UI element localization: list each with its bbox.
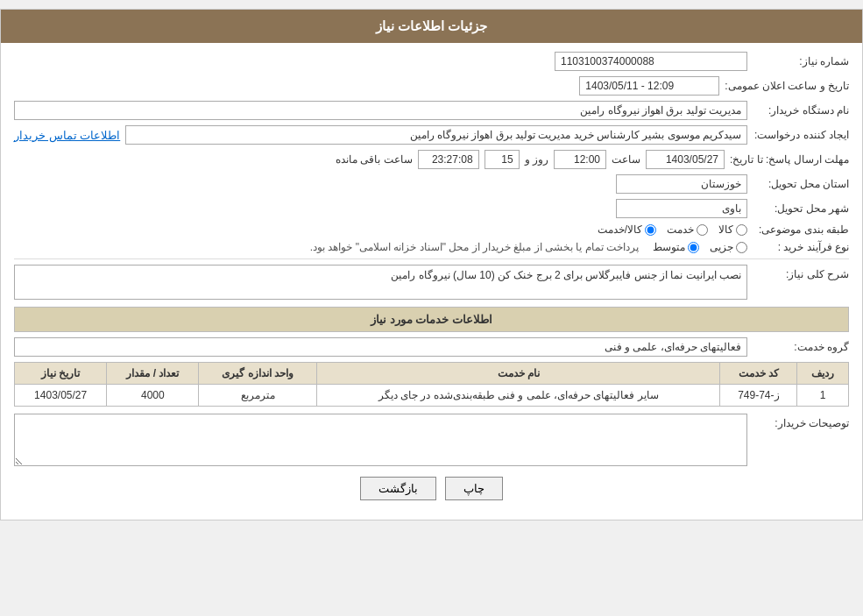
saat-label: ساعت — [612, 153, 640, 166]
noeFarayand-note: پرداخت تمام یا بخشی از مبلغ خریدار از مح… — [310, 241, 639, 253]
table-row: 1 ز-74-749 سایر فعالیتهای حرفه‌ای، علمی … — [15, 385, 849, 407]
row-shomareNiaz: شماره نیاز: 1103100374000088 — [14, 52, 849, 71]
row-noeFarayand: نوع فرآیند خرید : جزیی متوسط پرداخت تمام… — [14, 241, 849, 253]
row-shahr: شهر محل تحویل: باوی — [14, 199, 849, 218]
groheKhadamat-label: گروه خدمت: — [753, 341, 849, 353]
row-sharhKolli: شرح کلی نیاز: نصب ایرانیت نما از جنس فای… — [14, 265, 849, 300]
col-vahed: واحد اندازه گیری — [199, 363, 317, 385]
khadamat-table-section: ردیف کد خدمت نام خدمت واحد اندازه گیری ت… — [14, 362, 849, 407]
radio-motavaset-input[interactable] — [688, 242, 699, 253]
khadamat-section-header: اطلاعات خدمات مورد نیاز — [14, 307, 849, 332]
row-tosifat: توصیحات خریدار: — [14, 414, 849, 466]
button-row: چاپ بازگشت — [14, 477, 849, 500]
bazgasht-button[interactable]: بازگشت — [360, 477, 436, 500]
ostan-label: استان محل تحویل: — [753, 178, 849, 190]
noeFarayand-radiogroup: جزیی متوسط — [653, 241, 747, 253]
cell-tarikh: 1403/05/27 — [15, 385, 107, 407]
mohlat-tarikh: 1403/05/27 — [646, 150, 725, 169]
radio-kala-label: کالا — [718, 223, 733, 236]
radio-motavaset: متوسط — [653, 241, 699, 253]
row-tabaqebandi: طبقه بندی موضوعی: کالا خدمت کالا/خدمت — [14, 223, 849, 236]
row-groheKhadamat: گروه خدمت: فعالیتهای حرفه‌ای، علمی و فنی — [14, 337, 849, 357]
tabaqebandi-radiogroup: کالا خدمت کالا/خدمت — [598, 223, 747, 236]
ijadKonande-value: سیدکریم موسوی بشیر کارشناس خرید مدیریت ت… — [125, 125, 747, 145]
col-tarikh: تاریخ نیاز — [15, 363, 107, 385]
divider-1 — [14, 258, 849, 259]
sharhKolli-value: نصب ایرانیت نما از جنس فایبرگلاس برای 2 … — [14, 265, 747, 300]
radio-khadamat: خدمت — [667, 223, 708, 236]
tosifat-label: توصیحات خریدار: — [753, 414, 849, 429]
shahr-label: شهر محل تحویل: — [753, 202, 849, 215]
ijadKonande-link[interactable]: اطلاعات تماس خریدار — [14, 129, 120, 142]
cell-radif: 1 — [797, 385, 849, 407]
cell-namKhadamat: سایر فعالیتهای حرفه‌ای، علمی و فنی طبقه‌… — [317, 385, 720, 407]
row-namDastgah: نام دستگاه خریدار: مدیریت تولید برق اهوا… — [14, 101, 849, 120]
radio-kala: کالا — [718, 223, 747, 236]
roz-label: روز و — [525, 153, 548, 166]
shomareNiaz-value: 1103100374000088 — [555, 52, 747, 71]
chap-button[interactable]: چاپ — [445, 477, 503, 500]
col-tedad: تعداد / مقدار — [107, 363, 199, 385]
col-kodKhadamat: کد خدمت — [720, 363, 797, 385]
ijadKonande-label: ایجاد کننده درخواست: — [753, 129, 849, 141]
groheKhadamat-value: فعالیتهای حرفه‌ای، علمی و فنی — [14, 337, 747, 357]
tarikhElan-label: تاریخ و ساعت اعلان عمومی: — [725, 80, 849, 92]
cell-vahed: مترمربع — [199, 385, 317, 407]
table-header-row: ردیف کد خدمت نام خدمت واحد اندازه گیری ت… — [15, 363, 849, 385]
page-title: جزئیات اطلاعات نیاز — [376, 18, 487, 33]
ostan-value: خوزستان — [616, 174, 747, 194]
namDastgah-label: نام دستگاه خریدار: — [753, 104, 849, 117]
row-tarikhElan: تاریخ و ساعت اعلان عمومی: 1403/05/11 - 1… — [14, 76, 849, 96]
row-ijadKonande: ایجاد کننده درخواست: سیدکریم موسوی بشیر … — [14, 125, 849, 145]
tosifat-textarea[interactable] — [14, 414, 747, 466]
shomareNiaz-label: شماره نیاز: — [753, 55, 849, 67]
noeFarayand-label: نوع فرآیند خرید : — [753, 241, 849, 253]
radio-khadamat-input[interactable] — [697, 224, 708, 236]
khadamat-table: ردیف کد خدمت نام خدمت واحد اندازه گیری ت… — [14, 362, 849, 407]
radio-khadamat-label: خدمت — [667, 223, 694, 236]
radio-kala-khadamat-label: کالا/خدمت — [598, 223, 642, 236]
radio-jazii: جزیی — [710, 241, 747, 253]
cell-tedad: 4000 — [107, 385, 199, 407]
saatBaqiMandeh-label: ساعت باقی مانده — [336, 153, 413, 166]
tabaqebandi-label: طبقه بندی موضوعی: — [753, 223, 849, 236]
radio-jazii-label: جزیی — [710, 241, 733, 253]
mohlat-baqi: 23:27:08 — [418, 150, 479, 169]
radio-kala-input[interactable] — [736, 224, 747, 236]
mohlat-label: مهلت ارسال پاسخ: تا تاریخ: — [730, 153, 849, 166]
namDastgah-value: مدیریت تولید برق اهواز نیروگاه رامین — [14, 101, 747, 120]
sharhKolli-label: شرح کلی نیاز: — [753, 265, 849, 280]
shahr-value: باوی — [616, 199, 747, 218]
page-wrapper: جزئیات اطلاعات نیاز شماره نیاز: 11031003… — [0, 9, 863, 520]
radio-motavaset-label: متوسط — [653, 241, 685, 253]
mohlat-roz: 15 — [485, 150, 520, 169]
row-mohlat: مهلت ارسال پاسخ: تا تاریخ: 1403/05/27 سا… — [14, 150, 849, 169]
mohlat-saat: 12:00 — [554, 150, 606, 169]
row-ostan: استان محل تحویل: خوزستان — [14, 174, 849, 194]
radio-kala-khadamat: کالا/خدمت — [598, 223, 656, 236]
col-radif: ردیف — [797, 363, 849, 385]
tarikhElan-value: 1403/05/11 - 12:09 — [579, 76, 719, 96]
content-area: شماره نیاز: 1103100374000088 تاریخ و ساع… — [1, 43, 862, 520]
page-header: جزئیات اطلاعات نیاز — [1, 10, 862, 43]
cell-kodKhadamat: ز-74-749 — [720, 385, 797, 407]
radio-kala-khadamat-input[interactable] — [645, 224, 656, 236]
radio-jazii-input[interactable] — [736, 242, 747, 253]
col-namKhadamat: نام خدمت — [317, 363, 720, 385]
